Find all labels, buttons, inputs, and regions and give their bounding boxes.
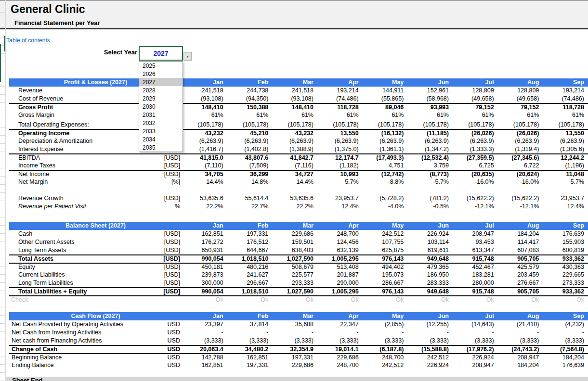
cell-value: Ok bbox=[363, 296, 408, 304]
cell-value: - bbox=[543, 329, 588, 337]
selected-row-indicator bbox=[4, 36, 5, 51]
row-unit: [USD] bbox=[120, 171, 182, 178]
row-header-margin bbox=[0, 0, 6, 381]
cell-value: 43,807.6 bbox=[227, 154, 273, 162]
year-option-2025[interactable]: 2025 bbox=[139, 62, 183, 70]
year-option-2027[interactable]: 2027 bbox=[139, 78, 183, 86]
year-option-2035[interactable]: 2035 bbox=[139, 143, 183, 152]
cell-value: 14.4% bbox=[272, 178, 317, 186]
row-unit bbox=[120, 296, 182, 304]
cell-value: 208,947 bbox=[453, 230, 498, 238]
row-label: Net cash from Financing Activities bbox=[9, 337, 120, 345]
toc-link[interactable]: Table of contents bbox=[6, 37, 50, 44]
cell-value: Ok bbox=[407, 296, 453, 304]
row-label: Equity bbox=[9, 264, 120, 271]
row-label: Gross Margin bbox=[9, 111, 120, 119]
cell-value: 1,005,295 bbox=[317, 255, 363, 263]
cell-value: 452,467 bbox=[453, 264, 498, 271]
cell-value: 35,688 bbox=[272, 320, 317, 329]
cell-value: 13,550 bbox=[317, 130, 363, 137]
year-option-2026[interactable]: 2026 bbox=[139, 70, 183, 78]
cell-value: -12.1% bbox=[453, 203, 498, 211]
row-label: Income Taxes bbox=[9, 162, 120, 170]
table-row: Depreciation & Amortization(6,263.9)(6,2… bbox=[9, 137, 588, 145]
cell-value: (20,624) bbox=[498, 171, 543, 178]
margin-gridline bbox=[0, 12, 5, 13]
month-header: Jan bbox=[182, 312, 227, 320]
cell-value: 61% bbox=[543, 111, 588, 119]
cell-value: (16,132) bbox=[363, 130, 408, 137]
month-header: Apr bbox=[317, 222, 363, 230]
cell-value: (94,350) bbox=[227, 95, 273, 103]
year-option-2030[interactable]: 2030 bbox=[139, 102, 183, 111]
row-label: Operating Income bbox=[9, 130, 120, 137]
cell-value: 3,759 bbox=[407, 162, 453, 170]
cell-value: (27,359.5) bbox=[453, 154, 498, 162]
cell-value: (7,110) bbox=[182, 162, 227, 170]
cell-value: (15,622.2) bbox=[453, 194, 498, 203]
cell-value: 203,459 bbox=[498, 271, 543, 279]
row-label: Revenue Growth bbox=[9, 194, 120, 203]
cell-value: -16.0% bbox=[453, 178, 498, 186]
year-option-2029[interactable]: 2029 bbox=[139, 94, 183, 102]
cell-value: (58,968) bbox=[407, 95, 453, 103]
cell-value: 45,210 bbox=[227, 130, 273, 137]
cell-value: 118,728 bbox=[317, 104, 363, 111]
table-row: Total Liabilities + Equity[USD]990,0541,… bbox=[9, 287, 588, 295]
cell-value: (6,187.8) bbox=[363, 346, 408, 353]
month-header: May bbox=[363, 78, 408, 87]
cell-value: 242,512 bbox=[407, 354, 453, 361]
cell-value: Ok bbox=[317, 296, 363, 304]
cell-value: 430,363 bbox=[543, 264, 588, 271]
month-header: Jan bbox=[182, 222, 227, 230]
row-unit: [USD] bbox=[120, 230, 182, 238]
year-option-2032[interactable]: 2032 bbox=[139, 119, 183, 127]
cell-value: 197,331 bbox=[227, 230, 273, 238]
cell-value: (14,643) bbox=[453, 320, 498, 329]
row-label: Depreciation & Amortization bbox=[9, 137, 120, 145]
cell-value: 632,139 bbox=[317, 246, 363, 254]
cell-value: 89,046 bbox=[363, 104, 408, 111]
cell-value: 22,347 bbox=[317, 320, 363, 329]
year-option-2033[interactable]: 2033 bbox=[139, 127, 183, 135]
month-header: Jun bbox=[407, 312, 453, 320]
year-option-2028[interactable]: 2028 bbox=[139, 86, 183, 94]
cf-table: Cash Flow (2027)JanFebMarAprMayJunJulAug… bbox=[9, 312, 588, 369]
cell-value: 93,993 bbox=[407, 104, 453, 111]
cell-value: 1,018,510 bbox=[227, 288, 273, 295]
table-row: Net Cash Provided by Operating Activitie… bbox=[9, 320, 588, 329]
cell-value: (1,361.1) bbox=[363, 145, 408, 153]
cell-value: 208,947 bbox=[498, 354, 543, 361]
year-option-2034[interactable]: 2034 bbox=[139, 135, 183, 143]
cell-value: (105,178) bbox=[272, 121, 317, 129]
cell-value: (3,333) bbox=[182, 337, 227, 345]
row-label: Total Liabilities + Equity bbox=[9, 288, 120, 295]
row-unit: USD bbox=[120, 337, 182, 345]
cell-value: (6,263.9) bbox=[498, 137, 543, 145]
page-subtitle: Financial Statement per Year bbox=[14, 19, 100, 26]
cell-value: (21,410) bbox=[498, 320, 543, 329]
year-option-2031[interactable]: 2031 bbox=[139, 111, 183, 119]
month-header: Jun bbox=[407, 78, 453, 87]
cell-value: - bbox=[407, 329, 453, 337]
cell-value: 976,143 bbox=[363, 288, 408, 295]
table-title: Cash Flow (2027) bbox=[9, 312, 182, 320]
pl-table: Profit & Losses (2027)JanFebMarAprMayJun… bbox=[9, 78, 588, 211]
year-dropdown-button[interactable]: ▼ bbox=[183, 52, 192, 61]
cell-value: 61% bbox=[453, 111, 498, 119]
cell-value: 79,152 bbox=[453, 104, 498, 111]
cell-value: 148,410 bbox=[182, 104, 227, 111]
cell-value: (6,263.9) bbox=[363, 137, 408, 145]
margin-gridlines bbox=[0, 29, 5, 381]
year-select-cell[interactable]: 2027 bbox=[139, 46, 183, 61]
cell-value: 155,903 bbox=[543, 238, 588, 246]
chevron-down-icon: ▼ bbox=[186, 55, 189, 58]
cell-value: (15,588.8) bbox=[407, 346, 453, 353]
cell-value: 425,579 bbox=[498, 264, 543, 271]
cell-value: - bbox=[363, 329, 408, 337]
cell-value: 55,614.4 bbox=[227, 194, 273, 203]
cell-value: 201,887 bbox=[317, 271, 363, 279]
cell-value: (20,635) bbox=[453, 171, 498, 178]
cell-value: 241,518 bbox=[182, 87, 227, 95]
month-header: Aug bbox=[498, 312, 543, 320]
